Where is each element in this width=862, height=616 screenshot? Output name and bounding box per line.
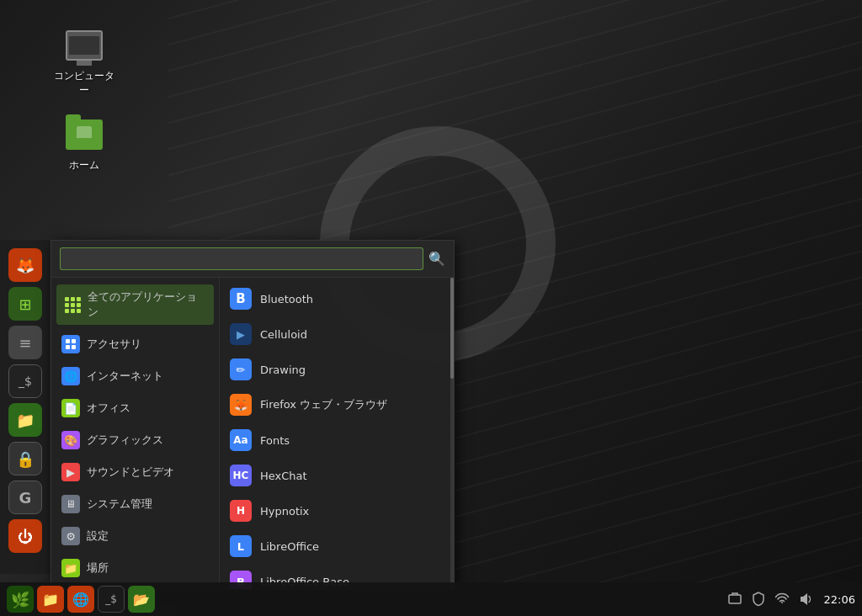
scrollbar[interactable] (450, 278, 454, 589)
dock-icon-toggle[interactable]: ≡ (8, 326, 42, 359)
taskbar-files-icon[interactable]: 📁 (37, 586, 64, 613)
category-all-apps[interactable]: 全てのアプリケーション (56, 284, 214, 325)
app-menu: 🔍 全てのアプリケーション アク (51, 240, 455, 590)
drawing-icon: ✏ (230, 358, 252, 380)
category-places[interactable]: 📁 場所 (51, 552, 219, 584)
fonts-label: Fonts (260, 434, 290, 447)
multimedia-icon: ▶ (61, 463, 80, 481)
internet-icon: 🌐 (61, 367, 80, 385)
tray-security-icon[interactable] (750, 591, 767, 608)
graphics-icon: 🎨 (61, 431, 80, 449)
search-input[interactable] (60, 247, 423, 270)
drawing-label: Drawing (260, 364, 306, 376)
desktop-icons-area: コンピューター ホーム (51, 25, 118, 189)
dock-icon-terminal[interactable]: _$ (8, 364, 42, 398)
app-firefox[interactable]: 🦊 Firefox ウェブ・ブラウザ (220, 387, 450, 422)
svg-rect-2 (66, 345, 70, 349)
settings-label: 設定 (87, 528, 109, 544)
accessories-label: アクセサリ (87, 337, 141, 352)
app-hexchat[interactable]: HC HexChat (220, 458, 450, 493)
category-settings[interactable]: ⚙ 設定 (51, 520, 219, 552)
dock-icon-files[interactable]: 📁 (8, 403, 42, 437)
category-accessories[interactable]: アクセサリ (51, 328, 219, 360)
graphics-label: グラフィックス (87, 433, 163, 448)
dock-icon-lock[interactable]: 🔒 (8, 442, 42, 475)
all-apps-label: 全てのアプリケーション (88, 289, 205, 320)
category-graphics[interactable]: 🎨 グラフィックス (51, 424, 219, 456)
internet-label: インターネット (87, 369, 163, 384)
app-drawing[interactable]: ✏ Drawing (220, 352, 450, 387)
bottom-taskbar: 🌿 📁 🌐 _$ 📂 (0, 582, 862, 616)
left-dock: 🦊 ⊞ ≡ _$ 📁 🔒 G ⏻ (0, 240, 51, 574)
celluloid-label: Celluloid (260, 328, 307, 341)
system-clock[interactable]: 22:06 (824, 593, 855, 606)
desktop-icon-home[interactable]: ホーム (51, 114, 118, 173)
system-tray: 22:06 (726, 591, 855, 608)
fonts-icon: Aa (230, 429, 252, 451)
svg-rect-1 (72, 339, 76, 343)
dock-icon-firefox[interactable]: 🦊 (8, 248, 42, 282)
dock-icon-power[interactable]: ⏻ (8, 519, 42, 553)
home-label: ホーム (69, 158, 99, 173)
multimedia-label: サウンドとビデオ (87, 465, 174, 480)
places-label: 場所 (87, 560, 109, 576)
office-label: オフィス (87, 401, 130, 416)
office-icon: 📄 (61, 399, 80, 417)
categories-panel: 全てのアプリケーション アクセサリ 🌐 インターネット 📄 オフィス (51, 278, 220, 589)
home-folder-icon (64, 114, 104, 155)
svg-rect-0 (66, 339, 70, 343)
bluetooth-icon: B (230, 288, 252, 310)
search-bar: 🔍 (51, 241, 454, 278)
tray-network-icon[interactable] (774, 591, 790, 608)
svg-rect-3 (72, 345, 76, 349)
category-internet[interactable]: 🌐 インターネット (51, 360, 219, 392)
category-office[interactable]: 📄 オフィス (51, 392, 219, 424)
tray-screenshot-icon[interactable] (726, 591, 743, 608)
desktop-icon-computer[interactable]: コンピューター (51, 25, 118, 98)
admin-icon: 🖥 (61, 495, 80, 513)
taskbar-folder-icon[interactable]: 📂 (128, 586, 155, 613)
app-fonts[interactable]: Aa Fonts (220, 422, 450, 458)
app-hypnotix[interactable]: H Hypnotix (220, 493, 450, 528)
taskbar-terminal-icon[interactable]: _$ (98, 586, 125, 613)
hypnotix-label: Hypnotix (260, 505, 309, 518)
desktop: コンピューター ホーム 🦊 ⊞ ≡ _$ 📁 🔒 (0, 0, 862, 616)
category-multimedia[interactable]: ▶ サウンドとビデオ (51, 456, 219, 488)
scroll-thumb[interactable] (450, 278, 454, 379)
taskbar-firefox-icon[interactable]: 🌐 (67, 586, 94, 613)
tray-volume-icon[interactable] (797, 591, 814, 608)
settings-icon: ⚙ (61, 527, 80, 545)
search-icon[interactable]: 🔍 (428, 251, 445, 267)
dock-icon-menu[interactable]: ⊞ (8, 287, 42, 321)
firefox-label: Firefox ウェブ・ブラウザ (260, 397, 387, 412)
bluetooth-label: Bluetooth (260, 293, 313, 305)
category-admin[interactable]: 🖥 システム管理 (51, 488, 219, 520)
firefox-icon: 🦊 (230, 394, 252, 416)
taskbar-mint-button[interactable]: 🌿 (7, 586, 34, 613)
places-icon: 📁 (61, 559, 80, 577)
hypnotix-icon: H (230, 500, 252, 522)
hexchat-label: HexChat (260, 470, 307, 482)
computer-icon (64, 25, 104, 66)
hexchat-icon: HC (230, 465, 252, 486)
libreoffice-label: LibreOffice (260, 540, 319, 553)
computer-label: コンピューター (51, 69, 118, 98)
svg-rect-4 (729, 595, 741, 603)
admin-label: システム管理 (87, 497, 152, 512)
app-bluetooth[interactable]: B Bluetooth (220, 281, 450, 316)
menu-body: 全てのアプリケーション アクセサリ 🌐 インターネット 📄 オフィス (51, 278, 454, 589)
accessories-icon (61, 335, 80, 353)
app-celluloid[interactable]: ▶ Celluloid (220, 316, 450, 352)
celluloid-icon: ▶ (230, 323, 252, 345)
dock-icon-accounts[interactable]: G (8, 481, 42, 514)
app-libreoffice[interactable]: L LibreOffice (220, 528, 450, 564)
grid-icon (65, 297, 81, 313)
apps-list: B Bluetooth ▶ Celluloid ✏ Drawing 🦊 Fire… (220, 278, 450, 589)
libreoffice-icon: L (230, 535, 252, 557)
